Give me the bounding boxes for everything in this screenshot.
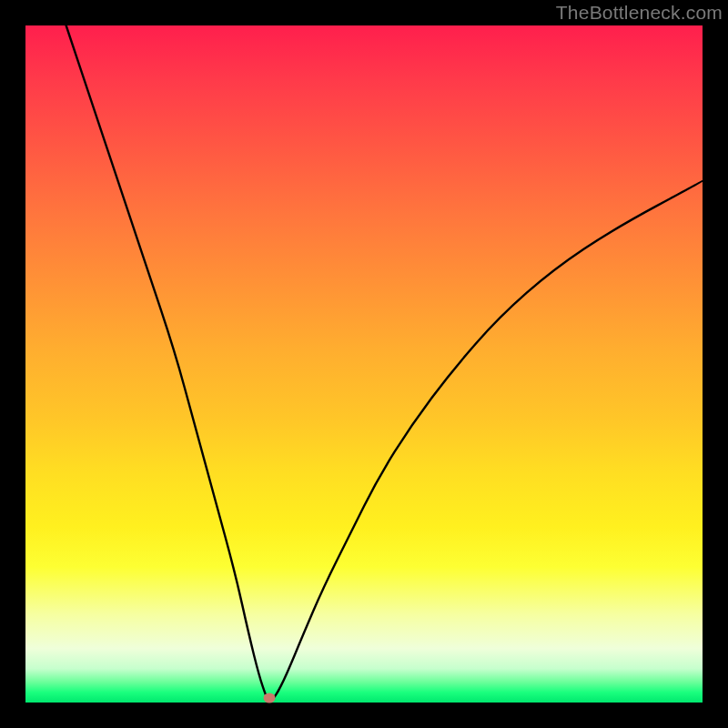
optimal-point-marker xyxy=(263,693,275,703)
bottleneck-curve xyxy=(25,25,703,703)
plot-area xyxy=(25,25,703,703)
watermark-text: TheBottleneck.com xyxy=(556,2,723,24)
chart-frame: TheBottleneck.com xyxy=(0,0,728,728)
